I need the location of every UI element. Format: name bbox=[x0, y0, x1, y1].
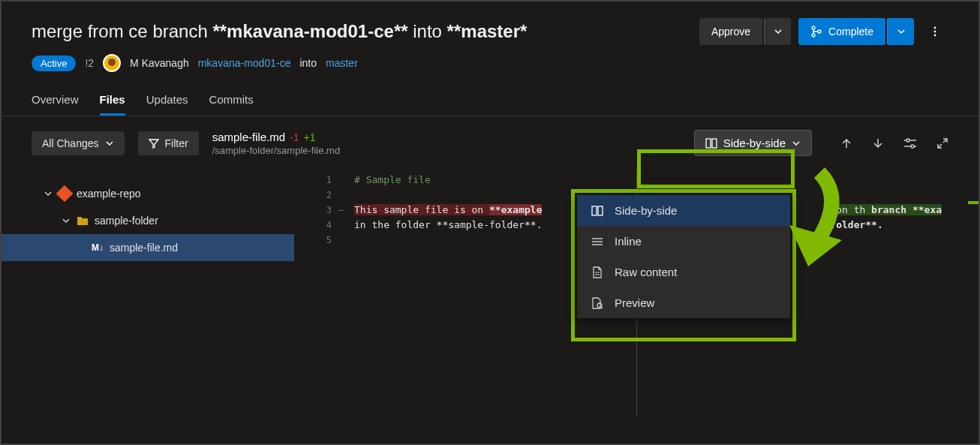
target-branch-link[interactable]: master bbox=[326, 57, 358, 69]
chevron-down-icon bbox=[774, 27, 783, 36]
source-branch-link[interactable]: mkavana-mod01-ce bbox=[198, 57, 291, 69]
file-name: sample-file.md bbox=[212, 131, 286, 143]
author-name: M Kavanagh bbox=[130, 57, 189, 69]
approve-dropdown[interactable] bbox=[764, 18, 791, 45]
settings-sliders-icon bbox=[903, 137, 917, 149]
tab-files[interactable]: Files bbox=[100, 93, 125, 116]
next-diff-button[interactable] bbox=[872, 137, 884, 149]
prev-diff-button[interactable] bbox=[840, 137, 852, 149]
columns-icon bbox=[591, 206, 603, 216]
document-icon bbox=[592, 266, 603, 278]
chevron-down-icon bbox=[44, 189, 53, 198]
repo-icon bbox=[56, 185, 74, 203]
arrow-down-icon bbox=[872, 137, 884, 149]
minimap[interactable] bbox=[968, 170, 978, 416]
arrow-up-icon bbox=[840, 137, 852, 149]
folder-icon bbox=[77, 215, 89, 226]
svg-point-0 bbox=[812, 26, 815, 29]
tab-commits[interactable]: Commits bbox=[209, 93, 254, 116]
complete-button[interactable]: Complete bbox=[798, 18, 885, 45]
issue-count: !2 bbox=[85, 57, 94, 69]
chevron-down-icon bbox=[897, 27, 906, 36]
complete-dropdown[interactable] bbox=[887, 18, 914, 45]
tree-label: sample-folder bbox=[95, 215, 158, 227]
menu-item-raw[interactable]: Raw content bbox=[577, 257, 790, 287]
settings-button[interactable] bbox=[903, 137, 917, 149]
svg-point-5 bbox=[934, 35, 936, 37]
chevron-down-icon bbox=[62, 216, 71, 225]
svg-rect-6 bbox=[706, 139, 711, 148]
markdown-icon: M↓ bbox=[92, 242, 104, 253]
preview-icon bbox=[591, 297, 603, 309]
page-title: merge from ce branch **mkavana-mod01-ce*… bbox=[32, 21, 527, 42]
filter-button[interactable]: Filter bbox=[138, 131, 199, 155]
svg-point-1 bbox=[812, 34, 815, 37]
columns-icon bbox=[705, 138, 717, 149]
status-badge: Active bbox=[32, 56, 76, 71]
tree-folder[interactable]: sample-folder bbox=[2, 207, 294, 234]
view-mode-button[interactable]: Side-by-side bbox=[694, 130, 812, 156]
menu-item-inline[interactable]: Inline bbox=[577, 226, 790, 257]
expand-icon bbox=[936, 137, 948, 149]
more-actions-button[interactable] bbox=[921, 18, 948, 45]
lines-icon bbox=[591, 236, 603, 247]
diff-removed-count: -1 bbox=[290, 131, 299, 143]
svg-point-8 bbox=[906, 139, 909, 142]
filter-icon bbox=[149, 138, 159, 149]
all-changes-button[interactable]: All Changes bbox=[32, 131, 125, 155]
into-label: into bbox=[299, 57, 317, 69]
svg-point-2 bbox=[818, 30, 821, 33]
svg-rect-11 bbox=[598, 206, 603, 215]
menu-item-preview[interactable]: Preview bbox=[577, 287, 790, 318]
tab-overview[interactable]: Overview bbox=[32, 93, 79, 116]
chevron-down-icon bbox=[792, 139, 801, 148]
tab-updates[interactable]: Updates bbox=[146, 93, 188, 116]
menu-item-side-by-side[interactable]: Side-by-side bbox=[577, 195, 790, 226]
kebab-icon bbox=[929, 26, 941, 38]
svg-point-3 bbox=[934, 27, 936, 29]
line-numbers: 1 2 3— 4 5 bbox=[294, 170, 332, 416]
tree-repo[interactable]: example-repo bbox=[2, 180, 294, 207]
file-path: /sample-folder/sample-file.md bbox=[212, 145, 341, 156]
view-mode-menu: Side-by-side Inline Raw content Preview bbox=[577, 195, 790, 318]
svg-point-9 bbox=[911, 145, 914, 148]
avatar bbox=[103, 54, 121, 72]
svg-point-4 bbox=[934, 31, 936, 33]
merge-icon bbox=[810, 26, 822, 38]
tree-label: sample-file.md bbox=[110, 242, 178, 254]
svg-rect-7 bbox=[712, 139, 717, 148]
fullscreen-button[interactable] bbox=[936, 137, 948, 149]
approve-button[interactable]: Approve bbox=[699, 18, 762, 45]
file-tree: example-repo sample-folder M↓ sample-fil… bbox=[2, 170, 294, 416]
svg-rect-10 bbox=[592, 206, 597, 215]
tree-label: example-repo bbox=[77, 188, 141, 200]
chevron-down-icon bbox=[105, 139, 114, 148]
diff-added-count: +1 bbox=[304, 131, 316, 143]
tree-file[interactable]: M↓ sample-file.md bbox=[2, 234, 294, 261]
